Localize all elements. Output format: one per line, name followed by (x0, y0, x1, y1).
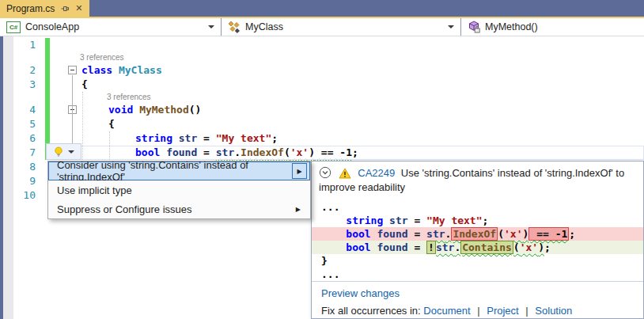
fix-in-solution-link[interactable]: Solution (535, 305, 572, 317)
code-token: = (408, 228, 426, 240)
preview-code-line: } (312, 254, 643, 268)
code-token: 'x' (290, 146, 309, 158)
tab-program-cs[interactable]: Program.cs ✕ (0, 0, 89, 17)
diagnostic-header: CA2249 Use 'string.Contains' instead of … (312, 161, 643, 197)
warning-icon (339, 168, 351, 179)
menu-item-use-implicit-type[interactable]: Use implicit type (48, 180, 310, 199)
preview-code-line: bool found = !str.Contains('x'); (312, 241, 643, 254)
preview-code-line: ... (312, 268, 643, 281)
code-token: bool (346, 241, 370, 253)
codelens-row[interactable]: 3 references (13, 92, 644, 103)
line-number: 7 (13, 146, 45, 160)
pin-icon[interactable] (60, 4, 70, 13)
project-dropdown[interactable]: C# ConsoleApp (0, 18, 222, 36)
preview-code: ... string str = "My text"; bool found =… (312, 197, 643, 281)
code-token: ; (271, 132, 278, 144)
code-token: } (321, 255, 328, 267)
submenu-arrow-icon[interactable]: ▶ (292, 163, 307, 179)
collapse-toggle-icon[interactable] (68, 66, 77, 74)
code-token: ... (321, 201, 339, 213)
code-token: ; (569, 228, 575, 240)
fix-all-row: Fix all occurrences in: Document | Proje… (321, 305, 634, 317)
code-token: = (197, 132, 215, 144)
code-token: string (135, 132, 172, 144)
preview-code-line: bool found = str.IndexOf('x') == -1; (312, 227, 643, 241)
fold-margin (51, 117, 78, 131)
method-icon (468, 21, 480, 33)
codelens-row[interactable]: 3 references (13, 52, 644, 63)
code-token: ... (321, 268, 339, 280)
method-name: MyMethod() (485, 21, 538, 32)
code-token (321, 228, 346, 240)
code-row[interactable]: 5{ (13, 117, 644, 131)
code-token: = (408, 215, 426, 226)
change-tracking-bar (45, 63, 51, 78)
code-row[interactable]: 4void MyMethod() (13, 103, 644, 117)
line-number (13, 52, 45, 63)
breakpoint-margin[interactable] (3, 36, 13, 319)
code-token: == -1 (315, 146, 352, 158)
separator: | (477, 305, 479, 317)
code-row[interactable]: 1 (13, 38, 644, 52)
code-token: "My text" (216, 132, 271, 144)
dropdown-arrow-icon[interactable] (208, 25, 214, 28)
code-row[interactable]: 7bool found = str.IndexOf('x') == -1; (13, 146, 644, 160)
quick-actions-menu: Consider using 'string.Contains' instead… (47, 161, 311, 219)
dropdown-arrow-icon[interactable] (68, 150, 74, 154)
line-number: 3 (13, 78, 45, 92)
change-tracking-bar (45, 117, 51, 131)
code-row[interactable]: 6string str = "My text"; (13, 131, 644, 146)
fold-margin (51, 38, 78, 52)
csharp-project-icon: C# (6, 21, 21, 33)
navigation-bar: C# ConsoleApp MyClass (0, 18, 644, 36)
code-token: MyMethod (139, 104, 189, 116)
tab-bar: Program.cs ✕ (0, 0, 644, 17)
indent-guide (109, 131, 110, 160)
method-dropdown[interactable]: MyMethod() (461, 18, 644, 36)
code-token (160, 146, 166, 158)
change-tracking-bar (45, 78, 51, 92)
code-row[interactable]: 2class MyClass (13, 63, 644, 78)
preview-code-line: ... (312, 200, 643, 214)
code-token: bool (135, 146, 160, 158)
line-number: 9 (13, 174, 45, 188)
line-number: 10 (13, 188, 45, 203)
code-token: 'x' (504, 228, 522, 240)
code-token: ( (498, 228, 504, 240)
code-token: { (108, 118, 115, 130)
codelens-text: 3 references (78, 52, 644, 63)
rule-id-link[interactable]: CA2249 (358, 167, 395, 179)
code-row[interactable]: 3{ (13, 78, 644, 92)
tab-title: Program.cs (6, 3, 55, 14)
menu-item-label: Suppress or Configure issues (57, 203, 192, 215)
menu-item-suppress-configure[interactable]: Suppress or Configure issues ▶ (48, 199, 310, 218)
code-token: ; (352, 146, 358, 158)
code-text: string str = "My text"; (78, 131, 644, 146)
expander-chevron-icon[interactable] (319, 166, 331, 179)
change-tracking-bar (45, 103, 51, 117)
diagnostic-preview-popup: CA2249 Use 'string.Contains' instead of … (311, 161, 644, 319)
menu-item-use-contains[interactable]: Consider using 'string.Contains' instead… (48, 161, 310, 180)
quick-actions-lightbulb[interactable] (46, 143, 81, 160)
preview-changes-link[interactable]: Preview changes (321, 287, 634, 299)
code-token: str (389, 215, 407, 226)
code-token: 'x' (520, 241, 538, 253)
code-token: ! (426, 241, 436, 254)
code-token: "My text" (426, 215, 482, 226)
code-token: { (81, 78, 88, 90)
code-token: found (166, 146, 197, 158)
class-dropdown[interactable]: MyClass (222, 18, 461, 36)
change-tracking-bar (45, 52, 51, 63)
dropdown-arrow-icon[interactable] (448, 25, 454, 28)
code-token: str (436, 241, 454, 253)
code-token: IndexOf (241, 146, 284, 158)
code-token: ( (513, 241, 520, 253)
class-icon (228, 21, 241, 33)
change-tracking-bar (45, 92, 51, 103)
fix-in-document-link[interactable]: Document (423, 305, 470, 317)
code-token: ; (544, 241, 551, 253)
code-token: found (377, 241, 407, 253)
code-token: ) (309, 146, 315, 158)
fix-in-project-link[interactable]: Project (487, 305, 518, 317)
close-icon[interactable]: ✕ (75, 4, 82, 13)
